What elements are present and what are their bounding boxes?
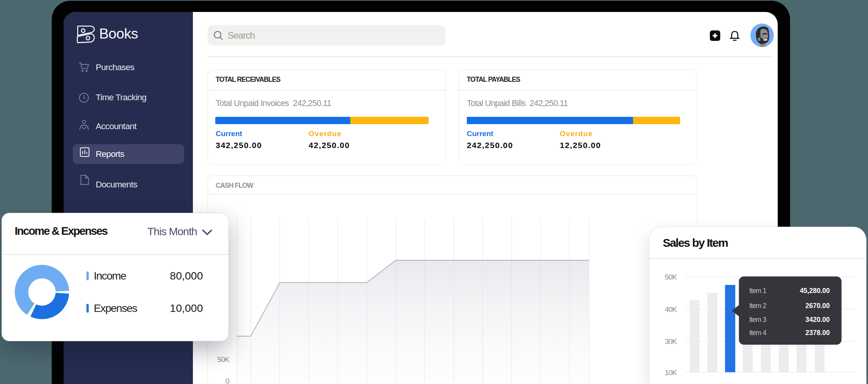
svg-text:50K: 50K <box>217 355 230 364</box>
svg-text:45,280.00: 45,280.00 <box>800 287 830 295</box>
svg-text:Item 2: Item 2 <box>749 302 766 310</box>
svg-text:30K: 30K <box>665 337 677 345</box>
svg-text:Item 1: Item 1 <box>749 287 766 295</box>
svg-text:10K: 10K <box>665 369 677 377</box>
svg-text:2670.00: 2670.00 <box>806 302 830 310</box>
svg-text:3420.00: 3420.00 <box>806 316 830 323</box>
svg-text:Item 3: Item 3 <box>749 316 766 323</box>
svg-text:40K: 40K <box>665 305 677 313</box>
svg-text:0: 0 <box>225 377 229 384</box>
svg-text:Item 4: Item 4 <box>749 329 767 337</box>
svg-text:50K: 50K <box>665 273 677 281</box>
svg-text:2378.00: 2378.00 <box>806 329 830 337</box>
